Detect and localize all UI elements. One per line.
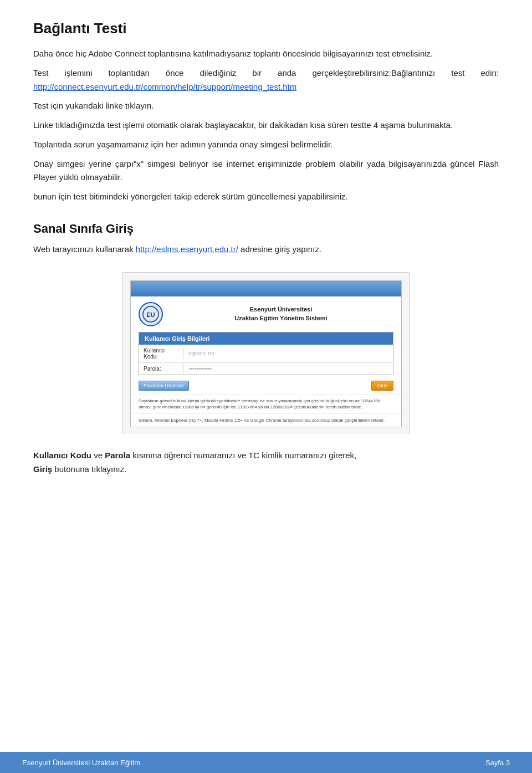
ss-logo-area: EU Esenyurt Üniversitesi Uzaktan Eğitim … (131, 296, 401, 332)
ss-username-row: Kullanıcı Kodu: öğrenci no (139, 345, 393, 363)
eslms-link[interactable]: http://eslms.esenyurt.edu.tr/ (136, 244, 238, 254)
paragraph-8: Web tarayıcınızı kullanarak http://eslms… (33, 243, 499, 257)
ss-username-input: öğrenci no (183, 348, 393, 359)
paragraph-1: Daha önce hiç Adobe Connect toplantısına… (33, 47, 499, 61)
connection-test-link[interactable]: http://connect.esenyurt.edu.tr/common/he… (33, 82, 296, 91)
ss-password-row: Parola: •••••••••••• (139, 363, 393, 375)
closing-paragraph: Kullanıcı Kodu ve Parola kısmına öğrenci… (33, 449, 499, 477)
screenshot-inner: EU Esenyurt Üniversitesi Uzaktan Eğitim … (130, 280, 402, 428)
footer-left-text: Esenyurt Üniversitesi Uzaktan Eğitim (22, 759, 140, 767)
paragraph-7: bunun için test bitimindeki yönergeleri … (33, 190, 499, 204)
paragraph-3: Test için yukarıdaki linke tıklayın. (33, 99, 499, 113)
ss-top-bar (131, 281, 401, 296)
ss-password-label: Parola: (139, 363, 183, 375)
paragraph-4: Linke tıkladığınızda test işlemi otomati… (33, 119, 499, 132)
footer-bar: Esenyurt Üniversitesi Uzaktan Eğitim Say… (0, 752, 532, 773)
section2-title: Sanal Sınıfa Giriş (33, 222, 499, 236)
screenshot-container: EU Esenyurt Üniversitesi Uzaktan Eğitim … (122, 272, 410, 434)
paragraph-6: Onay simgesi yerine çarpı"x" simgesi bel… (33, 157, 499, 185)
ss-username-label: Kullanıcı Kodu: (139, 345, 183, 362)
ss-login-actions: Parolamı Unuttum Giriş (139, 381, 393, 391)
ss-login-box: Kullanıcı Giriş Bilgileri Kullanıcı Kodu… (139, 332, 393, 375)
paragraph-5: Toplantıda sorun yaşamamanız için her ad… (33, 138, 499, 152)
closing-giris-bold: Giriş (33, 464, 52, 474)
ss-forgot-button[interactable]: Parolamı Unuttum (139, 381, 189, 391)
ss-password-input: •••••••••••• (183, 364, 393, 374)
page-title: Bağlantı Testi (33, 20, 499, 37)
page-content: Bağlantı Testi Daha önce hiç Adobe Conne… (0, 0, 532, 526)
ss-login-button[interactable]: Giriş (371, 381, 394, 391)
closing-password-bold: Parola (105, 451, 130, 460)
ss-info-text-1: Sayfaların görsel bütünlüklerini görüntü… (131, 394, 401, 413)
footer-right-text: Sayfa 3 (485, 759, 510, 767)
closing-username-bold: Kullanıcı Kodu (33, 451, 91, 460)
svg-text:EU: EU (146, 311, 155, 318)
ss-info-text-2: Sistem, Internet Explorer (IE) 7+, Mozil… (131, 413, 401, 427)
ss-login-header: Kullanıcı Giriş Bilgileri (139, 332, 393, 345)
paragraph-2: Test işlemini toplantıdan önce dilediğin… (33, 66, 499, 94)
university-name: Esenyurt Üniversitesi Uzaktan Eğitim Yön… (168, 305, 393, 322)
university-logo: EU (139, 302, 163, 326)
